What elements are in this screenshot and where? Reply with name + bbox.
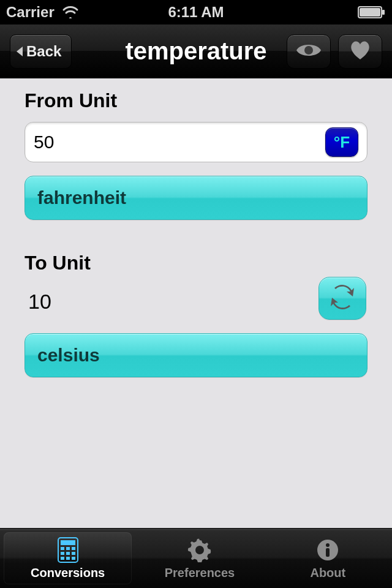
calculator-icon bbox=[55, 537, 81, 564]
svg-rect-14 bbox=[72, 557, 75, 560]
back-button-label: Back bbox=[26, 43, 61, 60]
tab-conversions-label: Conversions bbox=[31, 566, 105, 580]
tab-preferences[interactable]: Preferences bbox=[135, 529, 263, 588]
back-button[interactable]: Back bbox=[10, 34, 72, 69]
tab-preferences-label: Preferences bbox=[165, 566, 235, 580]
swap-button[interactable] bbox=[318, 277, 366, 320]
eye-icon bbox=[295, 42, 322, 61]
from-unit-chip[interactable]: °F bbox=[325, 127, 358, 157]
to-unit-label: To Unit bbox=[24, 252, 368, 274]
svg-rect-10 bbox=[66, 552, 70, 555]
favorite-button[interactable] bbox=[338, 34, 382, 69]
from-unit-name: fahrenheit bbox=[37, 187, 126, 208]
svg-rect-17 bbox=[326, 548, 330, 557]
to-unit-name: celsius bbox=[37, 345, 100, 366]
from-value-input[interactable] bbox=[34, 132, 325, 153]
tab-about[interactable]: About bbox=[264, 529, 392, 588]
status-time: 6:11 AM bbox=[0, 4, 392, 21]
svg-point-3 bbox=[304, 46, 313, 55]
tab-bar: Conversions Preferences About bbox=[0, 528, 392, 588]
gear-icon bbox=[186, 537, 213, 564]
from-unit-select[interactable]: fahrenheit bbox=[24, 176, 368, 220]
svg-rect-12 bbox=[61, 557, 64, 560]
from-section: From Unit °F fahrenheit bbox=[24, 89, 368, 220]
from-value-field-wrap[interactable]: °F bbox=[24, 122, 368, 162]
nav-bar: Back temperature bbox=[0, 24, 392, 78]
swap-icon bbox=[328, 283, 356, 314]
heart-icon bbox=[348, 40, 372, 63]
svg-point-16 bbox=[326, 543, 330, 547]
from-unit-symbol: °F bbox=[334, 133, 350, 152]
from-unit-label: From Unit bbox=[24, 89, 368, 112]
svg-rect-9 bbox=[61, 552, 64, 555]
tab-about-label: About bbox=[310, 566, 345, 580]
to-unit-select[interactable]: celsius bbox=[24, 333, 368, 377]
content-area: From Unit °F fahrenheit To Unit 10 °C bbox=[0, 78, 392, 528]
visibility-button[interactable] bbox=[287, 34, 331, 69]
svg-rect-11 bbox=[72, 552, 75, 555]
svg-rect-8 bbox=[72, 547, 75, 550]
svg-rect-7 bbox=[66, 547, 70, 550]
info-icon bbox=[314, 537, 341, 564]
to-value-output: 10 bbox=[28, 290, 331, 314]
tab-conversions[interactable]: Conversions bbox=[4, 532, 132, 584]
to-section: To Unit 10 °C celsius bbox=[24, 252, 368, 377]
to-value-row: 10 °C bbox=[24, 284, 368, 316]
svg-rect-6 bbox=[61, 547, 64, 550]
svg-rect-5 bbox=[61, 540, 75, 545]
status-bar: Carrier 6:11 AM bbox=[0, 0, 392, 24]
svg-rect-13 bbox=[66, 557, 70, 560]
